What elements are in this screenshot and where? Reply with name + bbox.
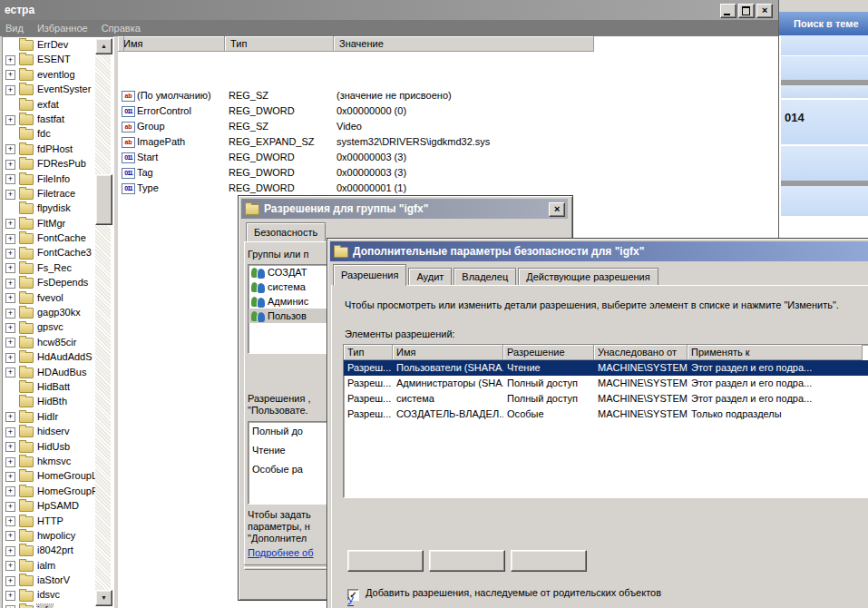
column-header[interactable]: Значение [334, 36, 594, 52]
menu-item[interactable]: Избранное [32, 20, 96, 36]
expand-icon[interactable]: + [5, 323, 15, 333]
registry-value-row[interactable]: ab Group REG_SZ Video [118, 119, 778, 134]
acl-cell-type: Разреш... [344, 407, 393, 422]
menu-item[interactable]: Справка [96, 20, 149, 36]
group-icon [251, 311, 265, 322]
acl-row[interactable]: Разреш...системаПолный доступMACHINE\SYS… [344, 391, 868, 407]
expand-icon[interactable]: + [5, 309, 15, 319]
tab[interactable]: Разрешения [333, 264, 406, 286]
acl-row[interactable]: Разреш...Пользователи (SHARA...ЧтениеMAC… [344, 360, 868, 376]
group-icon [251, 268, 265, 279]
expand-icon[interactable]: + [5, 531, 15, 541]
expand-icon[interactable]: + [5, 576, 15, 586]
expand-icon[interactable]: + [5, 412, 15, 422]
scroll-up-button[interactable]: ▲ [95, 38, 112, 54]
tree-item-label: gagp30kx [37, 307, 81, 318]
folder-icon [19, 368, 34, 378]
registry-value-row[interactable]: ab (По умолчанию) REG_SZ (значение не пр… [118, 88, 778, 103]
menu-item[interactable]: Вид [0, 20, 32, 36]
acl-button[interactable] [429, 550, 505, 572]
registry-value-row[interactable]: 011 Tag REG_DWORD 0x00000003 (3) [118, 165, 778, 181]
expand-icon[interactable]: + [5, 174, 15, 184]
tree-item-label: hwpolicy [37, 530, 75, 541]
learn-more-link[interactable]: Подробнее об [248, 547, 314, 558]
help-result-row[interactable] [781, 186, 868, 216]
registry-value-row[interactable]: 011 ErrorControl REG_DWORD 0x00000000 (0… [118, 103, 778, 119]
help-result-row[interactable]: 014 [781, 100, 868, 144]
tab[interactable]: Владелец [454, 268, 516, 286]
expand-icon[interactable]: + [5, 457, 15, 467]
tree-item-label: HomeGroupL [37, 470, 97, 481]
registry-value-row[interactable]: ab ImagePath REG_EXPAND_SZ system32\DRIV… [118, 134, 778, 150]
tab[interactable]: Аудит [408, 268, 452, 286]
help-result-row[interactable] [781, 146, 868, 181]
expand-icon[interactable]: + [5, 516, 15, 526]
inherit-checkbox-row[interactable]: ✓Добавить разрешения, наследуемые от род… [347, 587, 661, 600]
permissions-for-label-line1: Разрешения , [248, 393, 310, 404]
value-data: 0x00000003 (3) [336, 150, 406, 165]
permissions-for-label-line2: "Пользовате. [248, 405, 308, 416]
expand-icon[interactable]: + [5, 546, 15, 556]
value-type: REG_SZ [229, 88, 268, 103]
scroll-thumb[interactable] [95, 174, 112, 225]
expand-icon[interactable]: + [5, 472, 15, 482]
expand-icon[interactable]: + [5, 293, 15, 303]
expand-icon[interactable]: + [5, 85, 15, 95]
permissions-dialog-close-button[interactable]: × [549, 202, 565, 217]
folder-icon [19, 516, 34, 527]
folder-icon [19, 278, 34, 289]
help-result-row[interactable] [781, 56, 868, 80]
close-button[interactable]: × [756, 4, 773, 18]
expand-icon[interactable]: + [5, 190, 15, 200]
minimize-button[interactable] [720, 4, 736, 18]
expand-icon[interactable]: + [5, 353, 15, 363]
expand-icon[interactable]: + [5, 591, 15, 601]
acl-column-header[interactable]: Разрешение [503, 345, 594, 360]
regedit-title: естра [0, 4, 34, 16]
expand-icon[interactable]: + [5, 427, 15, 437]
column-header[interactable]: Тип [225, 36, 334, 52]
registry-value-row[interactable]: 011 Type REG_DWORD 0x00000001 (1) [118, 181, 778, 196]
expand-icon[interactable]: + [5, 442, 15, 452]
expand-icon[interactable]: + [5, 55, 15, 65]
expand-icon[interactable]: + [5, 115, 15, 125]
acl-button[interactable] [347, 550, 424, 572]
acl-row[interactable]: Разреш...Администраторы (SHA...Полный до… [344, 376, 868, 391]
expand-icon[interactable]: + [5, 561, 15, 571]
value-type-icon: 011 [122, 168, 135, 179]
acl-cell-permission: Полный доступ [503, 391, 594, 407]
tab-security[interactable]: Безопасность [246, 222, 326, 242]
expand-icon[interactable]: + [5, 160, 15, 170]
scroll-down-button[interactable]: ▼ [95, 590, 112, 606]
registry-value-row[interactable]: 011 Start REG_DWORD 0x00000003 (3) [118, 150, 778, 165]
expand-icon[interactable]: + [5, 249, 15, 259]
expand-icon[interactable]: + [5, 234, 15, 244]
acl-row[interactable]: Разреш...СОЗДАТЕЛЬ-ВЛАДЕЛ...ОсобыеMACHIN… [344, 407, 868, 422]
acl-button[interactable] [511, 550, 587, 572]
acl-column-header[interactable]: Тип [344, 345, 393, 360]
expand-icon[interactable]: + [5, 70, 15, 80]
expand-icon[interactable]: + [5, 338, 15, 348]
help-result-row[interactable] [781, 85, 868, 98]
acl-cell-name: Администраторы (SHA... [393, 376, 503, 391]
expand-icon[interactable]: + [5, 486, 15, 496]
expand-icon[interactable]: + [5, 502, 15, 512]
tree-scrollbar[interactable]: ▲ ▼ [95, 38, 111, 606]
help-result-row[interactable] [781, 35, 868, 55]
expand-icon[interactable]: + [5, 144, 15, 154]
column-header[interactable]: Имя [118, 36, 225, 52]
expand-icon[interactable]: + [5, 368, 15, 378]
expand-icon[interactable]: + [5, 279, 15, 289]
value-data: Video [336, 119, 362, 134]
value-type-icon: 011 [122, 106, 135, 117]
manage-permissions-link[interactable]: У [347, 595, 354, 606]
acl-column-header[interactable]: Применять к [688, 345, 863, 360]
maximize-button[interactable] [738, 4, 755, 18]
expand-icon[interactable]: + [5, 263, 15, 273]
tree-item-label: FDResPub [37, 158, 86, 169]
help-search-header[interactable]: Поиск в теме [779, 12, 868, 35]
acl-column-header[interactable]: Унаследовано от [594, 345, 688, 360]
expand-icon[interactable]: + [5, 219, 15, 229]
acl-column-header[interactable]: Имя [393, 345, 503, 360]
tab[interactable]: Действующие разрешения [518, 268, 658, 286]
